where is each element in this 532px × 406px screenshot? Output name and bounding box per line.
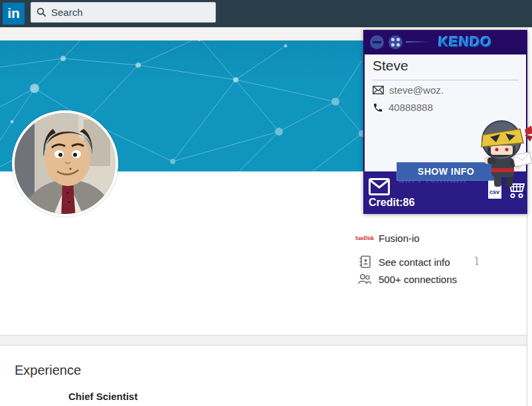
connections-row[interactable]: 500+ connections (353, 273, 457, 285)
search-box[interactable] (31, 2, 216, 23)
minimize-icon[interactable] (370, 35, 384, 49)
search-icon (37, 7, 46, 17)
text-cursor-artifact (474, 256, 480, 266)
search-input[interactable] (51, 7, 197, 18)
gmail-icon[interactable] (369, 178, 390, 195)
kendo-email-row: steve@woz. (373, 84, 444, 96)
contact-info-label: See contact info (379, 256, 450, 268)
company-name: Fusion-io (379, 233, 420, 244)
linkedin-profile-page: in (0, 0, 532, 406)
phone-icon (373, 102, 383, 113)
move-handle-icon[interactable] (389, 35, 402, 49)
kendo-phone-row: 40888888 (373, 102, 433, 113)
kendo-panel-header[interactable]: KENDO (363, 30, 527, 54)
kendo-brand-logo: KENDO (438, 34, 492, 50)
kendo-phone-value: 40888888 (389, 102, 433, 113)
page-right-edge (527, 27, 532, 406)
kendo-contact-name: Steve (373, 58, 408, 74)
csv-icon-label: csv (489, 189, 499, 195)
connections-label: 500+ connections (379, 274, 457, 285)
section-divider-band (0, 335, 527, 346)
profile-photo[interactable] (12, 110, 118, 217)
kendo-email-value: steve@woz. (389, 84, 444, 96)
experience-section-title: Experience (15, 363, 81, 378)
top-navbar: in (0, 0, 532, 27)
current-company-row[interactable]: SanDisk Fusion-io (353, 233, 420, 244)
experience-card: Experience Chief Scientist (0, 346, 527, 406)
contact-book-icon (359, 255, 371, 268)
ninja-mascot (472, 118, 532, 188)
header-divider (406, 41, 429, 43)
kendo-name-underline (373, 80, 519, 80)
contact-info-row[interactable]: See contact info (353, 255, 450, 268)
credit-counter: Credit:86 (369, 197, 414, 209)
linkedin-logo[interactable]: in (3, 3, 25, 25)
experience-role-title[interactable]: Chief Scientist (68, 391, 137, 402)
company-logo: SanDisk (355, 235, 374, 241)
connections-icon (357, 273, 372, 285)
envelope-icon (373, 86, 384, 94)
